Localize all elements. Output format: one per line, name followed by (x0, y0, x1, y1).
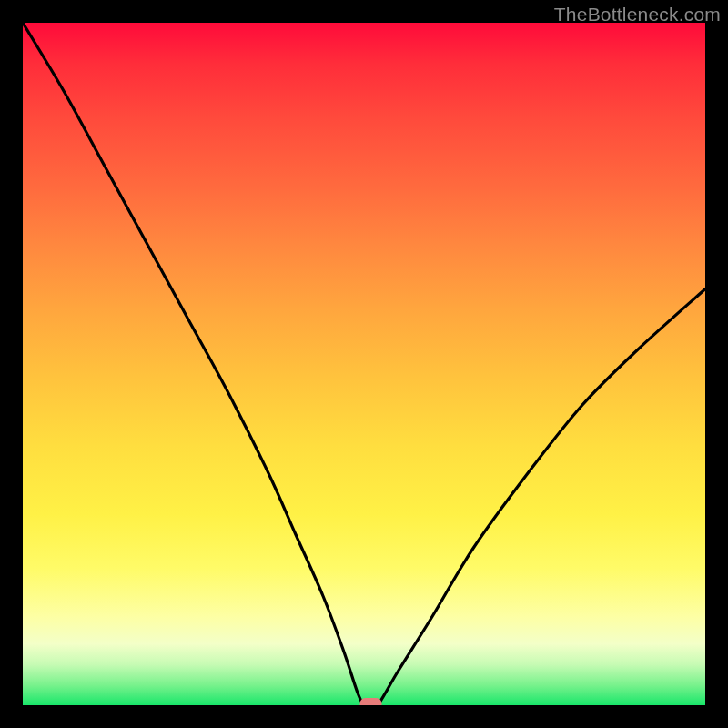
optimal-marker (360, 698, 382, 705)
plot-area (23, 23, 705, 705)
watermark-text: TheBottleneck.com (554, 4, 721, 25)
curve-svg (23, 23, 705, 705)
bottleneck-curve (23, 23, 705, 705)
chart-stage: TheBottleneck.com (0, 0, 728, 728)
